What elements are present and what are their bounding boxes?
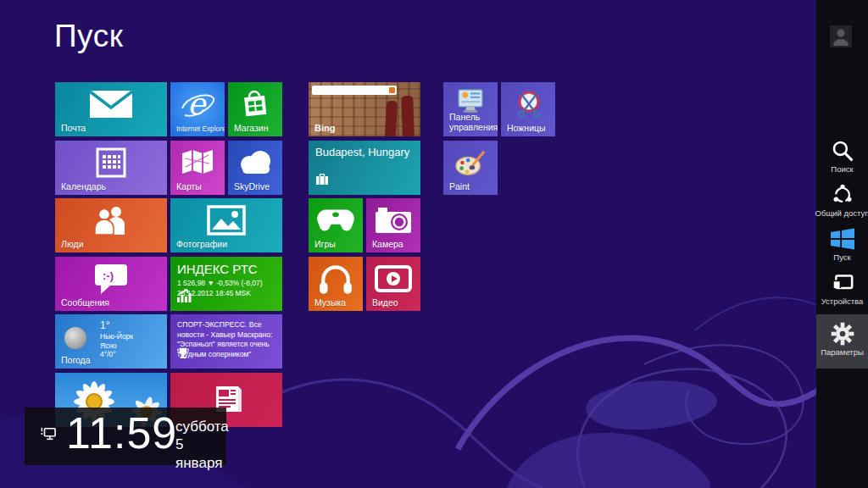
- cloud-icon: [228, 146, 282, 180]
- avatar: [830, 25, 852, 47]
- people-icon: [55, 203, 167, 237]
- scissors-icon: [501, 87, 555, 121]
- tile-label: Люди: [61, 239, 84, 249]
- charm-label: Параметры: [821, 347, 864, 357]
- trophy-icon: [177, 347, 189, 363]
- charm-label: Общий доступ: [815, 208, 868, 218]
- svg-text::-): :-): [103, 269, 114, 282]
- video-player-icon: [366, 262, 420, 296]
- headphones-icon: [309, 262, 363, 296]
- charm-start[interactable]: Пуск: [816, 226, 868, 270]
- control-panel-icon: [443, 87, 498, 114]
- calendar-icon: [55, 146, 167, 180]
- moon-icon: [64, 327, 86, 349]
- camera-icon: [366, 203, 420, 237]
- tile-maps[interactable]: Карты: [170, 141, 225, 195]
- tile-label: SkyDrive: [234, 181, 270, 191]
- tile-video[interactable]: Видео: [366, 257, 420, 311]
- tile-camera[interactable]: Камера: [366, 198, 420, 252]
- tile-travel[interactable]: Budapest, Hungary: [309, 141, 420, 195]
- tile-label: Фотографии: [176, 239, 227, 249]
- tile-label: Камера: [372, 239, 403, 249]
- tile-store[interactable]: Магазин: [228, 82, 282, 136]
- charm-label: Устройства: [821, 297, 864, 306]
- message-bubble-icon: :-): [55, 262, 167, 296]
- finance-quote: 1 526,98 ▼ -0,53% (-8,07): [177, 279, 275, 287]
- clock-day: суббота: [175, 418, 229, 435]
- start-screen: Пуск Почта e Internet Explorer: [0, 0, 868, 488]
- tile-label: Погода: [61, 355, 91, 365]
- travel-destination: Budapest, Hungary: [315, 146, 409, 158]
- tile-label: Internet Explorer: [176, 125, 225, 133]
- weather-condition: Ясно: [100, 341, 133, 351]
- tile-label: Панель управления: [449, 112, 495, 133]
- charms-bar: Поиск Общий доступ: [816, 0, 868, 488]
- tile-music[interactable]: Музыка: [309, 257, 363, 311]
- tile-label: Карты: [176, 181, 202, 191]
- tile-people[interactable]: Люди: [55, 198, 167, 252]
- search-icon: [831, 138, 854, 164]
- tile-messages[interactable]: :-) Сообщения: [55, 257, 167, 311]
- tile-paint[interactable]: Paint: [443, 141, 498, 195]
- search-button-icon: [389, 87, 395, 93]
- weather-range: 4°/0°: [100, 350, 133, 359]
- tile-label: Календарь: [61, 181, 106, 191]
- tile-label: Сообщения: [61, 297, 109, 308]
- network-status-icon: [40, 426, 57, 445]
- charm-settings[interactable]: Параметры: [816, 314, 868, 369]
- gamepad-icon: [309, 203, 363, 237]
- tile-control-panel[interactable]: Панель управления: [443, 82, 498, 136]
- tile-label: Почта: [61, 123, 86, 133]
- tile-label: Ножницы: [507, 123, 546, 133]
- maps-icon: [170, 146, 225, 180]
- tile-skydrive[interactable]: SkyDrive: [228, 141, 282, 195]
- internet-explorer-icon: e: [170, 87, 225, 121]
- tile-internet-explorer[interactable]: e Internet Explorer: [170, 82, 225, 136]
- tile-label: Paint: [449, 181, 470, 191]
- weather-temp: 1°: [100, 319, 133, 332]
- share-icon: [831, 182, 854, 208]
- tile-games[interactable]: Игры: [309, 198, 363, 252]
- charm-search[interactable]: Поиск: [816, 138, 868, 182]
- tile-label: Музыка: [314, 297, 346, 308]
- bing-search-bar: [312, 86, 397, 95]
- charm-devices[interactable]: Устройства: [816, 270, 868, 314]
- photos-icon: [170, 203, 282, 237]
- tile-bing[interactable]: Bing: [309, 82, 420, 136]
- store-bag-icon: [228, 87, 282, 121]
- tile-label: Игры: [314, 239, 336, 249]
- clock-overlay: 11:59 суббота 5 января: [25, 408, 226, 465]
- devices-icon: [831, 270, 854, 296]
- windows-logo-icon: [829, 226, 856, 252]
- tile-mail[interactable]: Почта: [55, 82, 167, 136]
- tile-label: Видео: [372, 297, 398, 308]
- tile-label: Bing: [314, 123, 335, 133]
- charm-label: Поиск: [831, 164, 853, 174]
- tile-weather[interactable]: 1° Нью-Йорк Ясно 4°/0° Погода: [55, 314, 167, 369]
- tile-snipping-tool[interactable]: Ножницы: [501, 82, 555, 136]
- tile-calendar[interactable]: Календарь: [55, 141, 167, 195]
- suitcase-icon: [315, 173, 329, 188]
- tile-label: Магазин: [234, 123, 269, 133]
- bar-chart-icon: [177, 289, 196, 306]
- tile-finance-rts[interactable]: ИНДЕКС РТС 1 526,98 ▼ -0,53% (-8,07) 28.…: [170, 257, 282, 311]
- tile-sport-news[interactable]: СПОРТ-ЭКСПРЕСС. Все новости - Хавьер Мас…: [170, 314, 282, 369]
- page-title: Пуск: [54, 19, 123, 54]
- charm-label: Пуск: [833, 252, 850, 262]
- weather-city: Нью-Йорк: [100, 332, 133, 341]
- charm-share[interactable]: Общий доступ: [816, 182, 868, 226]
- clock-time: 11:59: [66, 408, 177, 458]
- paint-palette-icon: [443, 146, 498, 180]
- gear-icon: [830, 321, 855, 347]
- tile-photos[interactable]: Фотографии: [170, 198, 282, 252]
- clock-date: 5 января: [175, 435, 229, 472]
- finance-index-title: ИНДЕКС РТС: [177, 263, 275, 277]
- mail-icon: [55, 87, 167, 121]
